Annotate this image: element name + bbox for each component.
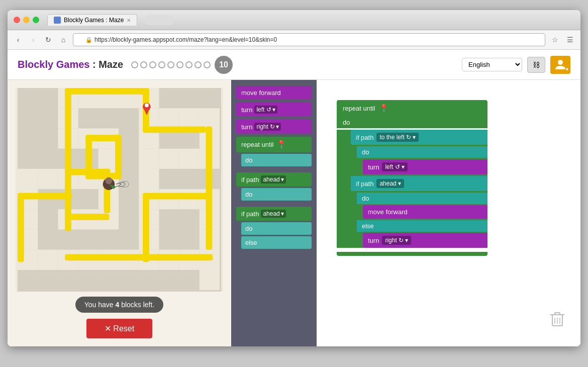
app-body: You have 4 blocks left. ✕ Reset move for…: [8, 80, 580, 346]
browser-tab[interactable]: Blockly Games : Maze ✕: [47, 14, 137, 26]
turn-right-label: turn: [241, 123, 252, 131]
maze-area: You have 4 blocks left. ✕ Reset: [8, 80, 231, 346]
svg-rect-27: [139, 169, 159, 189]
left-dropdown[interactable]: left ↺ ▾: [254, 106, 277, 114]
svg-point-73: [145, 103, 149, 107]
ws-block-group: repeat until 📍 do if path: [337, 100, 487, 256]
ws-turn-label-1: turn: [368, 163, 379, 171]
toolbox-turn-right[interactable]: turn right ↻ ▾: [236, 120, 312, 134]
right-dropdown[interactable]: right ↻ ▾: [254, 123, 281, 131]
ws-left-dropdown[interactable]: left ↺ ▾: [382, 162, 407, 171]
toolbox-do-2: do: [241, 222, 312, 235]
ws-if-label-2: if path: [356, 180, 373, 188]
toolbox-else: else: [241, 236, 312, 249]
ws-ahead-dropdown[interactable]: ahead ▾: [376, 179, 404, 188]
url-bar[interactable]: 🔒 https://blockly-games.appspot.com/maze…: [73, 33, 545, 46]
close-btn[interactable]: [14, 17, 20, 23]
level-dot-9[interactable]: [204, 61, 211, 68]
svg-rect-18: [139, 149, 159, 169]
new-tab-area[interactable]: [144, 15, 174, 25]
svg-rect-11: [200, 108, 220, 128]
ws-if-path-ahead[interactable]: if path ahead ▾: [351, 176, 487, 191]
forward-button[interactable]: ›: [28, 34, 39, 45]
dropdown-arrow-left: ▾: [272, 106, 275, 113]
person-button[interactable]: [550, 56, 570, 74]
level-dot-5[interactable]: [167, 61, 174, 68]
title-maze: Maze: [99, 59, 123, 70]
svg-rect-69: [143, 193, 149, 262]
tab-close-btn[interactable]: ✕: [127, 18, 131, 23]
maximize-btn[interactable]: [33, 17, 39, 23]
svg-rect-78: [555, 313, 560, 315]
turn-left-label: turn: [241, 106, 252, 114]
level-dot-1[interactable]: [131, 61, 138, 68]
menu-button[interactable]: ☰: [564, 34, 575, 45]
nav-bar: ‹ › ↻ ⌂ 🔒 https://blockly-games.appspot.…: [8, 30, 580, 50]
trash-icon[interactable]: [549, 310, 565, 331]
svg-rect-10: [179, 108, 200, 128]
svg-point-0: [558, 60, 563, 65]
ws-repeat-block[interactable]: repeat until 📍 do if path: [337, 100, 487, 256]
link-button[interactable]: ⛓: [527, 57, 545, 73]
ws-if-path-left[interactable]: if path to the left ↻ ▾: [351, 130, 487, 145]
level-dot-8[interactable]: [194, 61, 202, 68]
ahead-dropdown-1[interactable]: ahead ▾: [261, 175, 285, 184]
ws-turn-right-block[interactable]: turn right ↻ ▾: [363, 233, 487, 248]
ws-do-turn-left-row: do: [357, 146, 487, 158]
level-dot-6[interactable]: [176, 61, 183, 68]
ws-do-move-row: do: [357, 193, 487, 204]
refresh-button[interactable]: ↻: [43, 34, 54, 45]
reset-button[interactable]: ✕ Reset: [86, 319, 152, 338]
level-dot-2[interactable]: [140, 61, 147, 68]
level-dot-7[interactable]: [185, 61, 192, 68]
ws-move-forward-block[interactable]: move forward: [363, 205, 487, 219]
bookmark-button[interactable]: ☆: [549, 34, 560, 45]
toolbox-move-forward[interactable]: move forward: [236, 86, 312, 100]
svg-rect-44: [38, 250, 58, 270]
url-text: https://blockly-games.appspot.com/maze?l…: [94, 36, 277, 43]
ws-turn-label-2: turn: [368, 237, 379, 244]
repeat-until-label: repeat until: [241, 141, 273, 148]
if-path-label-1: if path: [241, 176, 259, 184]
svg-rect-59: [65, 254, 213, 260]
svg-point-75: [106, 177, 113, 184]
ws-pin-icon: 📍: [379, 104, 389, 113]
toolbox-if-path-else[interactable]: if path ahead ▾ do else: [236, 207, 312, 249]
toolbox-turn-left[interactable]: turn left ↺ ▾: [236, 103, 312, 117]
ws-inner-area: if path to the left ↻ ▾ do: [337, 130, 487, 248]
toolbox-repeat-until[interactable]: repeat until 📍 do: [236, 137, 312, 166]
ahead-dropdown-2[interactable]: ahead ▾: [261, 210, 285, 218]
status-text-2: blocks left.: [119, 301, 154, 309]
back-button[interactable]: ‹: [13, 34, 24, 45]
workspace-area[interactable]: repeat until 📍 do if path: [317, 80, 580, 346]
title-games: Blockly Games: [18, 59, 89, 70]
svg-rect-22: [18, 169, 38, 189]
home-button[interactable]: ⌂: [58, 34, 69, 45]
maze-svg: [16, 88, 223, 292]
tab-title: Blockly Games : Maze: [64, 17, 124, 24]
level-dot-3[interactable]: [149, 61, 156, 68]
toolbox-if-path-1[interactable]: if path ahead ▾ do: [236, 172, 312, 201]
traffic-lights: [14, 17, 39, 23]
trash-svg: [549, 310, 565, 328]
toolbox-do-label: do: [241, 154, 312, 166]
app-header: Blockly Games : Maze 10 English ⛓: [8, 50, 580, 80]
ws-to-left-dropdown[interactable]: to the left ↻ ▾: [376, 133, 419, 142]
ws-right-dropdown[interactable]: right ↻ ▾: [382, 236, 411, 245]
minimize-btn[interactable]: [23, 17, 30, 23]
status-text-1: You have: [84, 301, 116, 309]
level-dots: 10: [131, 56, 233, 74]
ws-repeat-label: repeat until: [343, 105, 375, 112]
level-dot-4[interactable]: [158, 61, 165, 68]
language-select[interactable]: English: [462, 58, 522, 71]
level-badge[interactable]: 10: [215, 56, 233, 74]
ws-else-row: else: [357, 220, 487, 232]
svg-rect-62: [115, 135, 122, 179]
dropdown-arrow-right: ▾: [276, 123, 279, 130]
main-content: Blockly Games : Maze 10 English ⛓: [8, 50, 580, 346]
svg-rect-55: [65, 88, 149, 95]
toolbox-area: move forward turn left ↺ ▾ turn: [231, 80, 317, 346]
ws-turn-left-block[interactable]: turn left ↺ ▾: [363, 159, 487, 174]
svg-rect-64: [65, 169, 109, 175]
svg-rect-9: [159, 108, 179, 128]
